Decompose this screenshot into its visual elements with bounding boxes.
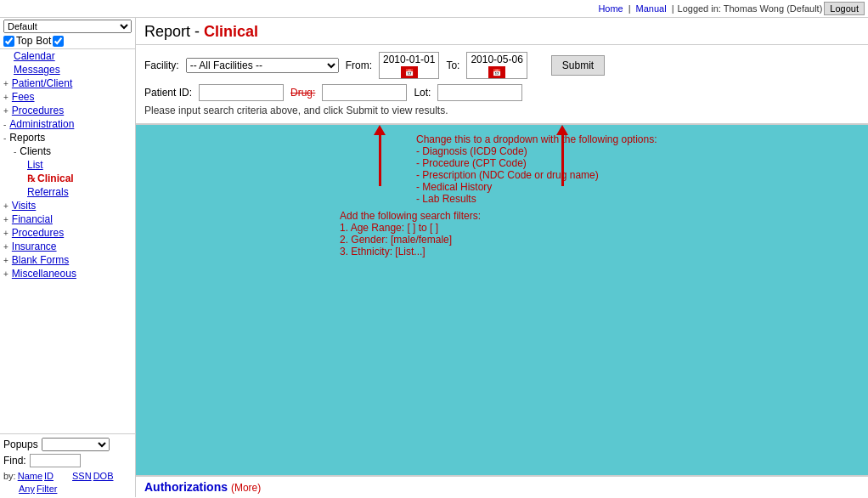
default-select-row: Default	[3, 20, 132, 33]
expand-icon-miscellaneous: +	[3, 269, 8, 279]
find-by-dob[interactable]: DOB	[93, 471, 114, 481]
expand-icon-insurance: +	[3, 242, 8, 252]
find-row: Find:	[3, 454, 132, 467]
from-date-calendar-icon[interactable]: 📅	[401, 66, 418, 78]
annotation-dropdown-line2: - Procedure (CPT Code)	[416, 157, 657, 169]
more-link[interactable]: (More)	[231, 482, 261, 494]
logged-in-text: Logged in: Thomas Wong (Default)	[678, 3, 823, 14]
form-row2: Patient ID: Drug: Lot:	[144, 84, 860, 101]
sidebar-item-financial[interactable]: + Financial	[0, 212, 135, 226]
facility-select[interactable]: -- All Facilities --	[186, 58, 339, 73]
sidebar-item-calendar[interactable]: Calendar	[0, 49, 135, 63]
annotation-area: Change this to a dropdown with the follo…	[136, 125, 868, 475]
fees-link[interactable]: Fees	[12, 91, 35, 103]
report-title: Report -	[144, 23, 204, 40]
expand-icon-clients: -	[14, 147, 16, 156]
annotation-dropdown: Change this to a dropdown with the follo…	[416, 133, 657, 205]
sidebar-item-clinical[interactable]: ℞ Clinical	[0, 172, 135, 185]
sidebar-item-insurance[interactable]: + Insurance	[0, 240, 135, 253]
sidebar-item-clients[interactable]: - Clients	[0, 144, 135, 158]
expand-icon-procedures-top: +	[3, 106, 8, 116]
sidebar-item-patient-client[interactable]: + Patient/Client	[0, 76, 135, 90]
annotation-dropdown-line1: - Diagnosis (ICD9 Code)	[416, 145, 657, 157]
from-label: From:	[346, 59, 372, 71]
sidebar-top: Default Top Bot	[0, 18, 135, 49]
patient-id-label: Patient ID:	[144, 87, 192, 99]
bottom-section: Authorizations (More)	[136, 475, 868, 497]
blank-forms-link[interactable]: Blank Forms	[12, 254, 69, 266]
find-by-filter[interactable]: Filter	[37, 484, 57, 494]
logout-button[interactable]: Logout	[824, 2, 865, 15]
patient-client-link[interactable]: Patient/Client	[12, 77, 72, 89]
form-row1: Facility: -- All Facilities -- From: 201…	[144, 52, 860, 79]
report-form-area: Facility: -- All Facilities -- From: 201…	[136, 45, 868, 125]
find-by-ssn[interactable]: SSN	[72, 471, 92, 481]
sidebar-item-fees[interactable]: + Fees	[0, 90, 135, 104]
top-bot-row: Top Bot	[3, 35, 132, 47]
procedures-top-link[interactable]: Procedures	[12, 105, 64, 116]
sidebar-bottom: Popups Find: by: Name ID SSN DOB Any Fil…	[0, 433, 135, 497]
sidebar-item-messages[interactable]: Messages	[0, 63, 135, 76]
clinical-label: Clinical	[37, 173, 74, 184]
expand-icon-fees: +	[3, 93, 8, 102]
home-link[interactable]: Home	[598, 3, 623, 14]
clinical-title: Clinical	[204, 23, 258, 40]
financial-link[interactable]: Financial	[12, 213, 53, 225]
procedures-bottom-link[interactable]: Procedures	[12, 227, 64, 239]
annotation-dropdown-line4: - Medical History	[416, 181, 657, 193]
from-date-box: 2010-01-01 📅	[379, 52, 439, 79]
find-by-row: by: Name ID SSN DOB Any Filter	[3, 470, 132, 494]
sidebar-item-referrals[interactable]: Referrals	[0, 185, 135, 199]
annotation-dropdown-title: Change this to a dropdown with the follo…	[416, 133, 657, 145]
drug-input[interactable]	[322, 84, 407, 101]
default-select[interactable]: Default	[3, 20, 132, 33]
sidebar-item-visits[interactable]: + Visits	[0, 199, 135, 212]
to-label: To:	[446, 59, 459, 71]
sidebar-item-reports[interactable]: - Reports	[0, 131, 135, 144]
find-by-name[interactable]: Name	[18, 471, 42, 481]
lot-label: Lot:	[414, 87, 431, 99]
annotation-dropdown-line3: - Prescription (NDC Code or drug name)	[416, 169, 657, 181]
visits-link[interactable]: Visits	[12, 200, 36, 212]
annotation-filters-line1: 1. Age Range: [ ] to [ ]	[340, 222, 481, 234]
submit-button[interactable]: Submit	[551, 55, 605, 76]
manual-link[interactable]: Manual	[636, 3, 667, 14]
from-date-text: 2010-01-01	[380, 53, 438, 66]
find-input[interactable]	[30, 454, 81, 467]
to-date-calendar-icon[interactable]: 📅	[488, 66, 505, 78]
sidebar-item-procedures-top[interactable]: + Procedures	[0, 104, 135, 117]
expand-icon-reports: -	[3, 133, 6, 143]
popups-select[interactable]	[42, 438, 110, 451]
drug-label: Drug:	[290, 87, 315, 99]
find-by-any[interactable]: Any	[19, 484, 35, 494]
popups-row: Popups	[3, 438, 132, 451]
sidebar-item-procedures-bottom[interactable]: + Procedures	[0, 226, 135, 240]
layout: Default Top Bot Calendar Messages	[0, 18, 868, 497]
annotation-filters: Add the following search filters: 1. Age…	[340, 210, 481, 257]
main-content: Report - Clinical Facility: -- All Facil…	[136, 18, 868, 497]
expand-icon-visits: +	[3, 201, 8, 211]
administration-link[interactable]: Administration	[9, 118, 74, 130]
top-checkbox[interactable]	[3, 36, 14, 47]
clients-label: Clients	[20, 145, 51, 157]
rx-icon: ℞	[27, 173, 36, 184]
popups-label: Popups	[3, 439, 38, 450]
sidebar-item-blank-forms[interactable]: + Blank Forms	[0, 253, 135, 267]
sidebar-item-administration[interactable]: - Administration	[0, 117, 135, 131]
insurance-link[interactable]: Insurance	[12, 241, 57, 252]
reports-label: Reports	[9, 132, 45, 144]
authorizations-title: Authorizations	[144, 480, 228, 494]
arrow1-head	[374, 125, 386, 135]
sidebar-item-miscellaneous[interactable]: + Miscellaneous	[0, 267, 135, 280]
annotation-filters-line3: 3. Ethnicity: [List...]	[340, 246, 481, 257]
patient-id-input[interactable]	[199, 84, 284, 101]
miscellaneous-link[interactable]: Miscellaneous	[12, 268, 76, 280]
bot-checkbox[interactable]	[53, 36, 64, 47]
find-by-id[interactable]: ID	[44, 471, 54, 481]
lot-input[interactable]	[437, 84, 522, 101]
expand-icon-financial: +	[3, 215, 8, 224]
find-label: Find:	[3, 455, 26, 467]
sidebar-item-list[interactable]: List	[0, 158, 135, 172]
top-bar: Home | Manual | Logged in: Thomas Wong (…	[0, 0, 868, 18]
expand-icon-patient: +	[3, 79, 8, 88]
